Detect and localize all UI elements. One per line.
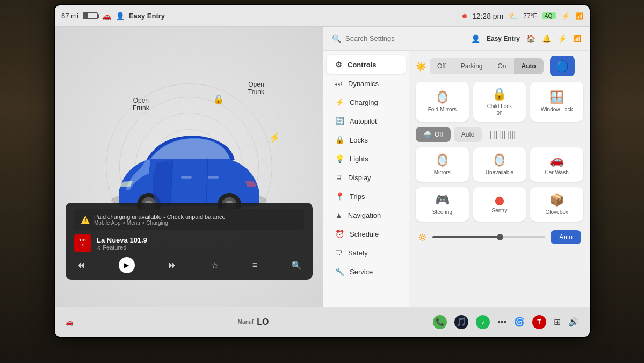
next-track-button[interactable]: ⏭ — [169, 260, 177, 270]
steering-button[interactable]: 🎮 Steering — [416, 187, 469, 222]
queue-button[interactable]: ≡ — [252, 260, 257, 270]
trunk-label[interactable]: OpenTrunk — [248, 81, 264, 96]
window-lock-label: Window Lock — [541, 106, 573, 113]
wiper-bar-2[interactable]: || — [494, 130, 497, 139]
lights-auto-button[interactable]: Auto — [514, 58, 544, 74]
person-icon-search: 👤 — [471, 34, 480, 43]
sidebar-item-display[interactable]: 🖥Display — [327, 168, 406, 187]
tesla-app-button[interactable]: T — [532, 315, 546, 329]
wiper-off-button[interactable]: 🌧️ Off — [416, 127, 451, 142]
sidebar-item-controls[interactable]: ⚙Controls — [327, 55, 406, 74]
gear-label: Manuf — [238, 319, 254, 325]
wiper-auto-button[interactable]: Auto — [454, 127, 482, 142]
lights-nav-icon: 💡 — [335, 154, 344, 163]
sidebar-item-service[interactable]: 🔧Service — [327, 262, 406, 281]
fan-button[interactable]: 🌀 — [514, 317, 525, 327]
sidebar-item-lights[interactable]: 💡Lights — [327, 150, 406, 168]
car-status-icon: 🚗 — [102, 12, 111, 20]
sidebar-item-schedule[interactable]: ⏰Schedule — [327, 225, 406, 243]
warning-detail: Mobile App > Menu > Charging — [94, 220, 226, 226]
sidebar-item-locks[interactable]: 🔒Locks — [327, 131, 406, 149]
brightness-row: 🔅 Auto — [416, 227, 583, 247]
music-text: La Nueva 101.9 ♫ Featured — [97, 236, 304, 251]
fold-mirrors-button[interactable]: 🪞 Fold Mirrors — [416, 82, 469, 122]
unavailable-label: Unavailable — [486, 169, 513, 176]
person-icon: 👤 — [115, 12, 125, 20]
car-taskbar-icon[interactable]: 🚗 — [66, 318, 74, 326]
unavailable-button[interactable]: 🪞 Unavailable — [473, 147, 526, 182]
spotify-button[interactable]: ♪ — [476, 315, 490, 329]
safety-nav-label: Safety — [348, 249, 368, 257]
taskbar: 🚗 Manuf LO 📞 🎵 ♪ ••• 🌀 T ⊞ 🔊 — [55, 307, 590, 337]
volume-button[interactable]: 🔊 — [568, 317, 579, 327]
car-display: Open Frunk OpenTrunk 🔓 ⚡ — [55, 27, 323, 307]
sidebar-item-charging[interactable]: ⚡Charging — [327, 93, 406, 111]
bluetooth-status-icon: ⚡ — [561, 12, 570, 20]
brightness-thumb — [497, 234, 503, 240]
brightness-slider[interactable] — [432, 236, 545, 238]
dynamics-nav-label: Dynamics — [348, 80, 379, 88]
music-warning: ⚠️ Paid charging unavailable - Check unp… — [74, 209, 304, 230]
play-button[interactable]: ▶ — [119, 257, 135, 273]
bell-icon[interactable]: 🔔 — [542, 34, 551, 43]
aqi-badge: AQI — [542, 12, 556, 19]
autopilot-nav-icon: 🔄 — [335, 117, 344, 125]
wiper-bar-4[interactable]: |||| — [508, 130, 516, 139]
schedule-nav-label: Schedule — [350, 230, 379, 238]
lights-on-button[interactable]: On — [490, 58, 513, 74]
sidebar-nav: ⚙Controls🏎Dynamics⚡Charging🔄Autopilot🔒Lo… — [323, 51, 409, 307]
bluetooth-icon[interactable]: ⚡ — [558, 34, 567, 43]
brightness-auto-button[interactable]: Auto — [551, 230, 581, 244]
sun-icon: ☀️ — [416, 61, 426, 72]
sidebar-item-navigation[interactable]: ▲Navigation — [327, 206, 406, 224]
display-nav-label: Display — [348, 174, 371, 182]
search-bar: 🔍 👤 Easy Entry 🏠 🔔 ⚡ 📶 — [323, 27, 590, 51]
search-input[interactable] — [345, 34, 467, 42]
status-bar: 67 mi 🚗 👤 Easy Entry 12:28 pm ⛅ 77°F AQI… — [55, 5, 590, 27]
grid-button[interactable]: ⊞ — [554, 317, 561, 327]
child-lock-button[interactable]: 🔒 Child Lockon — [473, 82, 526, 122]
locks-nav-icon: 🔒 — [335, 136, 344, 144]
brightness-low-icon: 🔅 — [418, 233, 427, 241]
wiper-off-label: Off — [435, 131, 443, 138]
prev-track-button[interactable]: ⏮ — [76, 260, 85, 270]
car-wash-button[interactable]: 🚗 Car Wash — [530, 147, 583, 182]
svg-rect-7 — [181, 176, 192, 179]
favorite-button[interactable]: ☆ — [211, 260, 219, 271]
brightness-fill — [432, 236, 500, 238]
lights-parking-button[interactable]: Parking — [453, 58, 490, 74]
home-icon[interactable]: 🏠 — [526, 34, 536, 43]
mirrors-label: Mirrors — [434, 169, 451, 176]
sidebar-item-dynamics[interactable]: 🏎Dynamics — [327, 74, 406, 92]
controls-grid: ☀️ Off Parking On Auto 🔵 — [409, 51, 590, 307]
dynamics-nav-icon: 🏎 — [335, 79, 343, 88]
mirrors-button[interactable]: 🪞 Mirrors — [416, 147, 469, 182]
charging-nav-label: Charging — [350, 98, 378, 106]
more-options-button[interactable]: ••• — [497, 317, 506, 327]
glovebox-button[interactable]: 📦 Glovebox — [530, 187, 583, 222]
sentry-button[interactable]: ⬤ Sentry — [473, 187, 526, 222]
window-lock-button[interactable]: 🪟 Window Lock — [530, 82, 583, 122]
svg-rect-8 — [208, 176, 219, 179]
left-panel: Open Frunk OpenTrunk 🔓 ⚡ — [55, 27, 323, 307]
search-music-button[interactable]: 🔍 — [291, 260, 302, 271]
navigation-nav-label: Navigation — [348, 211, 381, 219]
sidebar-item-safety[interactable]: 🛡Safety — [327, 244, 406, 262]
station-name: La Nueva 101.9 — [97, 236, 304, 244]
recording-dot — [462, 14, 467, 18]
music-mode-button[interactable]: 🎵 — [454, 315, 468, 329]
sidebar-item-autopilot[interactable]: 🔄Autopilot — [327, 112, 406, 130]
sidebar-item-trips[interactable]: 📍Trips — [327, 187, 406, 205]
headlights-toggle-button[interactable]: 🔵 — [550, 56, 575, 76]
wiper-bar-3[interactable]: ||| — [500, 130, 505, 139]
phone-button[interactable]: 📞 — [433, 315, 447, 329]
music-controls: ⏮ ▶ ⏭ ☆ ≡ 🔍 — [74, 257, 304, 273]
safety-nav-icon: 🛡 — [335, 248, 343, 257]
unavailable-icon: 🪞 — [492, 153, 506, 167]
music-info: 101.9 La Nueva 101.9 ♫ Featured — [74, 234, 304, 252]
status-right: 12:28 pm ⛅ 77°F AQI ⚡ 📶 — [462, 12, 583, 20]
child-lock-icon: 🔒 — [492, 87, 506, 101]
lights-off-button[interactable]: Off — [430, 58, 453, 74]
navigation-nav-icon: ▲ — [335, 211, 343, 219]
driver-mode-label: Easy Entry — [129, 12, 165, 20]
